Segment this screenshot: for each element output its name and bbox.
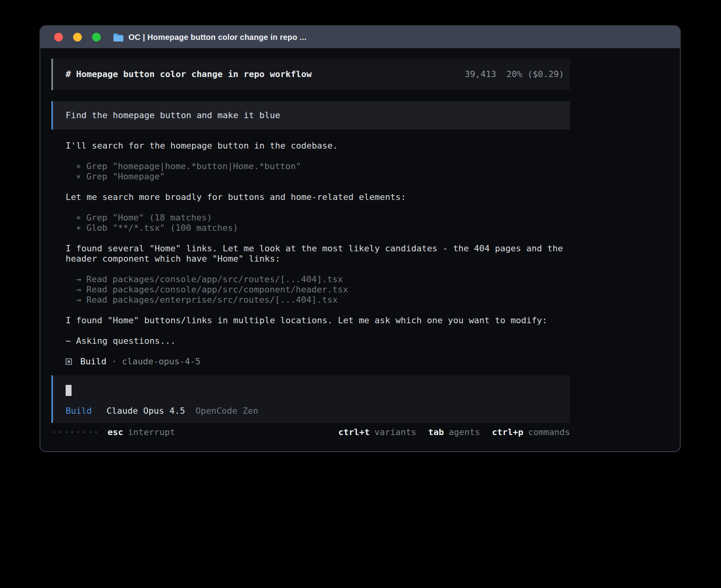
tool-call-group: ∗ Grep "homepage|home.*button|Home.*butt… — [66, 161, 570, 182]
assistant-paragraph: Let me search more broadly for buttons a… — [66, 192, 570, 202]
assistant-paragraph: I found "Home" buttons/links in multiple… — [66, 315, 570, 326]
window-title: OC | Homepage button color change in rep… — [128, 33, 306, 42]
assistant-paragraph: I'll search for the homepage button in t… — [66, 141, 570, 151]
assistant-paragraph: I found several "Home" links. Let me loo… — [66, 243, 570, 264]
variants-label: variants — [374, 427, 416, 437]
titlebar[interactable]: OC | Homepage button color change in rep… — [40, 26, 680, 48]
agent-model: claude-opus-4-5 — [122, 356, 200, 367]
commands-label: commands — [528, 427, 570, 437]
tool-call-glob: ∗ Glob "**/*.tsx" (100 matches) — [76, 223, 570, 233]
minimize-button[interactable] — [73, 33, 82, 41]
shortcut-agents: tabagents — [428, 427, 480, 437]
agent-status-line: Build · claude-opus-4-5 — [66, 356, 570, 367]
ctrl-t-key: ctrl+t — [338, 427, 370, 437]
tool-call-read: → Read packages/console/app/src/componen… — [76, 285, 570, 295]
esc-label: interrupt — [128, 427, 175, 437]
user-message-text: Find the homepage button and make it blu… — [66, 110, 280, 120]
esc-key: esc — [108, 427, 123, 437]
tool-call-grep: ∗ Grep "Home" (18 matches) — [76, 213, 570, 223]
tool-call-group: ∗ Grep "Home" (18 matches) ∗ Glob "**/*.… — [66, 213, 570, 233]
agent-square-icon — [66, 358, 72, 365]
input-status-line: Build Claude Opus 4.5 OpenCode Zen — [66, 406, 557, 416]
provider-name: OpenCode Zen — [195, 406, 258, 416]
terminal-content: # Homepage button color change in repo w… — [51, 48, 570, 437]
assistant-response: I'll search for the homepage button in t… — [51, 141, 570, 367]
agent-name: Build — [80, 356, 106, 367]
shortcut-commands: ctrl+pcommands — [492, 427, 570, 437]
tool-call-read: → Read packages/enterprise/src/routes/[.… — [76, 295, 570, 305]
agents-label: agents — [449, 427, 480, 437]
tab-key: tab — [428, 427, 444, 437]
tool-call-group: → Read packages/console/app/src/routes/[… — [66, 274, 570, 305]
status-bar: ········ escinterrupt ctrl+tvariants tab… — [51, 427, 570, 437]
model-name: Claude Opus 4.5 — [106, 406, 185, 416]
agent-separator: · — [111, 356, 117, 367]
spinner-dots: ········ — [51, 427, 100, 437]
terminal-window: OC | Homepage button color change in rep… — [40, 25, 681, 452]
tool-call-grep: ∗ Grep "Homepage" — [76, 172, 570, 182]
prompt-input[interactable]: Build Claude Opus 4.5 OpenCode Zen — [51, 375, 570, 423]
shortcut-group: ctrl+tvariants tabagents ctrl+pcommands — [338, 427, 570, 437]
session-stats: 39,41320% ($0.29) — [465, 69, 564, 79]
folder-icon — [113, 33, 124, 41]
ctrl-p-key: ctrl+p — [492, 427, 523, 437]
tool-call-grep: ∗ Grep "homepage|home.*button|Home.*butt… — [76, 161, 570, 172]
context-cost: 20% ($0.29) — [506, 69, 564, 79]
close-button[interactable] — [54, 33, 63, 41]
assistant-status: ~ Asking questions... — [66, 336, 570, 346]
token-count: 39,413 — [465, 69, 496, 79]
tool-call-read: → Read packages/console/app/src/routes/[… — [76, 274, 570, 285]
agent-mode-label[interactable]: Build — [66, 406, 92, 416]
text-cursor — [66, 385, 72, 396]
zoom-button[interactable] — [92, 33, 101, 41]
shortcut-interrupt: escinterrupt — [108, 427, 175, 437]
traffic-lights — [54, 33, 101, 41]
session-header: # Homepage button color change in repo w… — [51, 58, 570, 90]
shortcut-variants: ctrl+tvariants — [338, 427, 416, 437]
user-message: Find the homepage button and make it blu… — [51, 101, 570, 130]
session-title: # Homepage button color change in repo w… — [66, 69, 312, 79]
